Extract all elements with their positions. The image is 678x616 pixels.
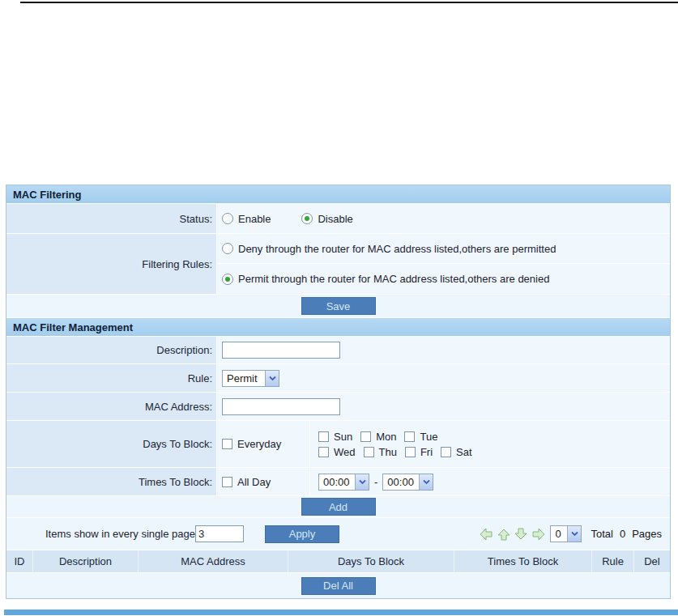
all-day-option[interactable]: All Day (222, 476, 271, 488)
pagination-down-arrow-icon[interactable] (514, 528, 527, 541)
day-option-sun[interactable]: Sun (318, 431, 352, 443)
times-to-block-row: Times To Block: All Day 00:00 - 00:00 (6, 468, 670, 496)
time-to-value: 00:00 (383, 474, 419, 490)
day-option-mon[interactable]: Mon (360, 431, 396, 443)
pagination-left-arrow-icon[interactable] (479, 528, 493, 541)
rules-table-header: ID Description MAC Address Days To Block… (6, 550, 670, 573)
sun-label: Sun (334, 431, 352, 443)
day-option-thu[interactable]: Thu (364, 446, 397, 458)
mac-address-input[interactable] (222, 398, 340, 415)
col-header-times-to-block: Times To Block (454, 550, 592, 572)
add-row: Add (6, 496, 670, 518)
save-button[interactable]: Save (301, 297, 376, 315)
col-header-description: Description (33, 550, 139, 572)
enable-radio-label: Enable (238, 213, 271, 225)
apply-button[interactable]: Apply (265, 525, 339, 543)
col-header-mac-address: MAC Address (139, 550, 288, 572)
status-row: Status: Enable Disable (6, 204, 670, 234)
del-all-button[interactable]: Del All (301, 577, 376, 595)
chevron-down-icon (567, 526, 581, 542)
mac-address-label: MAC Address: (6, 393, 217, 420)
time-from-select[interactable]: 00:00 (318, 474, 369, 491)
permit-rule-label: Permit through the router for MAC addres… (238, 273, 549, 285)
bottom-bar (4, 610, 678, 615)
mac-filtering-section-header: MAC Filtering (6, 185, 670, 204)
items-per-page-label: Items show in every single page (45, 528, 195, 540)
mac-address-row: MAC Address: (6, 393, 670, 421)
description-row: Description: (6, 337, 670, 364)
disable-radio-label: Disable (318, 213, 352, 225)
rule-select-value: Permit (223, 371, 265, 386)
mac-filtering-panel: MAC Filtering Status: Enable Disable Fil… (6, 185, 671, 599)
rule-row: Rule: Permit (6, 364, 670, 393)
mon-checkbox[interactable] (360, 431, 371, 442)
pagination-up-arrow-icon[interactable] (497, 528, 510, 541)
day-option-tue[interactable]: Tue (404, 431, 437, 443)
page-number-select[interactable]: 0 (550, 525, 582, 542)
total-count: 0 (620, 528, 625, 540)
section-title: MAC Filtering (13, 189, 82, 201)
thu-label: Thu (379, 446, 397, 458)
status-enable-option[interactable]: Enable (222, 213, 271, 225)
wed-label: Wed (334, 446, 356, 458)
all-day-checkbox[interactable] (222, 477, 232, 487)
top-horizontal-rule (20, 2, 678, 3)
filtering-rules-row: Filtering Rules: Deny through the router… (6, 234, 670, 295)
all-day-label: All Day (237, 476, 271, 488)
fri-label: Fri (420, 446, 433, 458)
permit-rule-option[interactable]: Permit through the router for MAC addres… (222, 273, 549, 285)
col-header-del: Del (634, 550, 670, 572)
total-pages-text: Total 0 Pages (591, 528, 662, 540)
deny-rule-radio[interactable] (222, 243, 233, 254)
days-to-block-label: Days To Block: (6, 421, 217, 467)
total-prefix: Total (591, 528, 612, 540)
section-title: MAC Filter Management (13, 321, 133, 333)
description-label: Description: (6, 337, 217, 363)
enable-radio[interactable] (222, 213, 233, 224)
page-number-value: 0 (551, 526, 567, 542)
day-option-fri[interactable]: Fri (405, 446, 433, 458)
rule-select[interactable]: Permit (222, 370, 279, 387)
days-to-block-row: Days To Block: Everyday Sun Mon Tue (6, 421, 670, 468)
disable-radio[interactable] (301, 213, 313, 224)
status-label: Status: (6, 204, 217, 233)
sun-checkbox[interactable] (318, 431, 329, 442)
permit-rule-radio[interactable] (222, 274, 233, 285)
chevron-down-icon (265, 371, 279, 386)
mac-filter-management-section-header: MAC Filter Management (6, 318, 670, 337)
description-input[interactable] (222, 342, 340, 359)
times-to-block-label: Times To Block: (6, 468, 217, 495)
fri-checkbox[interactable] (405, 447, 416, 457)
pagination-row: Items show in every single page Apply 0 (6, 518, 670, 550)
add-button[interactable]: Add (301, 498, 376, 516)
wed-checkbox[interactable] (318, 447, 329, 457)
items-per-page-input[interactable] (195, 525, 244, 542)
everyday-option[interactable]: Everyday (222, 438, 281, 450)
del-all-row: Del All (6, 573, 670, 598)
everyday-checkbox[interactable] (222, 439, 232, 449)
save-row: Save (6, 295, 670, 318)
time-to-select[interactable]: 00:00 (382, 474, 433, 491)
total-suffix: Pages (632, 528, 662, 540)
time-range-separator: - (374, 476, 377, 488)
col-header-id: ID (6, 550, 33, 572)
day-option-sat[interactable]: Sat (441, 446, 472, 458)
chevron-down-icon (419, 474, 433, 490)
pager-controls: 0 Total 0 Pages (479, 525, 662, 542)
thu-checkbox[interactable] (364, 447, 374, 457)
col-header-rule: Rule (592, 550, 634, 572)
status-disable-option[interactable]: Disable (301, 213, 352, 225)
filtering-rules-label: Filtering Rules: (6, 234, 217, 294)
day-option-wed[interactable]: Wed (318, 446, 356, 458)
everyday-label: Everyday (237, 438, 281, 450)
chevron-down-icon (355, 474, 369, 490)
deny-rule-option[interactable]: Deny through the router for MAC address … (222, 243, 556, 255)
sat-label: Sat (456, 446, 472, 458)
col-header-days-to-block: Days To Block (288, 550, 454, 572)
time-from-value: 00:00 (319, 474, 355, 490)
tue-checkbox[interactable] (404, 431, 415, 442)
mon-label: Mon (376, 431, 396, 443)
tue-label: Tue (420, 431, 437, 443)
pagination-right-arrow-icon[interactable] (531, 528, 546, 541)
sat-checkbox[interactable] (441, 447, 451, 457)
